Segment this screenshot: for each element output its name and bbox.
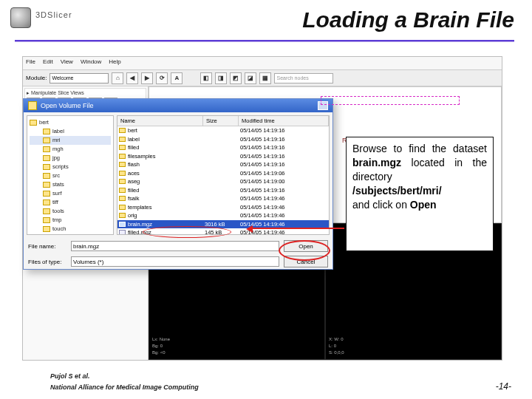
dialog-titlebar[interactable]: Open Volume File <box>24 99 332 112</box>
layout-4-icon[interactable]: ◪ <box>245 72 256 84</box>
section-slice-views: ▸ Manipulate Slice Views <box>27 90 144 96</box>
folder-icon <box>43 217 50 223</box>
folder-icon <box>43 200 50 205</box>
file-row[interactable]: label05/14/05 14:19:16 <box>117 135 329 144</box>
file-mtime: 05/14/05 14:19:46 <box>240 195 329 202</box>
tree-node[interactable]: tiff <box>30 198 111 207</box>
file-mtime: 05/14/05 14:19:46 <box>240 229 329 234</box>
folder-icon <box>43 191 50 197</box>
tree-node[interactable]: mgh <box>30 145 111 154</box>
forward-icon[interactable]: ▶ <box>141 72 153 84</box>
slice-info: Lx: None Bg: 0 Bg: <0 <box>152 336 170 356</box>
tree-node[interactable]: surf <box>30 189 111 198</box>
filename-input[interactable] <box>71 241 279 251</box>
tree-node[interactable]: label <box>30 127 111 136</box>
file-name: templates <box>128 204 205 211</box>
cancel-button[interactable]: Cancel <box>284 256 328 267</box>
file-mtime: 05/14/05 14:19:16 <box>240 144 329 151</box>
menu-help[interactable]: Help <box>109 58 120 68</box>
instruction-callout: Browse to find the dataset brain.mgz loc… <box>346 137 494 251</box>
layout-3-icon[interactable]: ◩ <box>230 72 242 84</box>
file-name: filled <box>128 144 205 151</box>
file-name: filesamples <box>128 153 205 160</box>
footer-org: National Alliance for Medical Image Comp… <box>50 382 199 393</box>
file-row[interactable]: bert05/14/05 14:19:16 <box>117 126 329 135</box>
tree-node[interactable]: bert <box>30 118 111 127</box>
file-row[interactable]: fsalk05/14/05 14:19:46 <box>117 194 329 203</box>
callout-text: and click on <box>352 199 410 211</box>
home-icon[interactable]: ⌂ <box>112 72 123 84</box>
folder-icon <box>43 137 50 143</box>
filetype-dropdown[interactable] <box>71 256 279 267</box>
folder-icon <box>119 205 126 210</box>
menu-file[interactable]: File <box>26 58 35 68</box>
file-mtime: 05/14/05 14:19:16 <box>240 187 329 194</box>
file-mtime: 05/14/05 14:19:46 <box>240 221 329 228</box>
file-mtime: 05/14/05 14:19:16 <box>240 153 329 160</box>
file-row[interactable]: brain.mgz3016 kB05/14/05 14:19:46 <box>117 220 329 229</box>
folder-icon <box>43 182 50 188</box>
file-row[interactable]: templates05/14/05 14:19:46 <box>117 203 329 212</box>
tree-node[interactable]: tools <box>30 207 111 216</box>
back-icon[interactable]: ◀ <box>126 72 138 84</box>
menu-edit[interactable]: Edit <box>43 58 53 68</box>
tree-node[interactable]: jpg <box>30 154 111 163</box>
tree-node[interactable]: scripts <box>30 163 111 171</box>
menu-window[interactable]: Window <box>81 58 101 68</box>
file-mtime: 05/14/05 14:19:16 <box>240 127 329 134</box>
callout-text: Browse to find the dataset <box>352 143 487 154</box>
file-row[interactable]: aseg05/14/05 14:19:00 <box>117 177 329 186</box>
menu-view[interactable]: View <box>61 58 73 68</box>
col-modified[interactable]: Modified time <box>239 116 329 126</box>
footer-author: Pujol S et al. <box>50 371 199 382</box>
tree-node[interactable]: touch <box>30 225 111 233</box>
file-list[interactable]: Name Size Modified time bert05/14/05 14:… <box>117 115 330 235</box>
letter-a-icon[interactable]: A <box>171 72 183 84</box>
layout-5-icon[interactable]: ▦ <box>259 72 271 84</box>
layout-2-icon[interactable]: ◨ <box>215 72 227 84</box>
tree-node[interactable]: stats <box>30 180 111 189</box>
toolbar: Module: Welcome ⌂ ◀ ▶ ⟳ A ◧ ◨ ◩ ◪ ▦ Sear… <box>23 70 502 86</box>
annotation-dashed-box <box>321 96 460 105</box>
folder-icon <box>119 162 126 167</box>
callout-path: /subjects/bert/mri/ <box>352 185 442 197</box>
file-name: flash <box>128 161 205 168</box>
folder-tree[interactable]: bert label mri mgh jpg scripts src stats… <box>27 115 114 235</box>
tree-node[interactable]: tmp <box>30 216 111 225</box>
file-row[interactable]: filled05/14/05 14:19:16 <box>117 186 329 195</box>
folder-icon <box>119 128 126 133</box>
folder-icon <box>119 188 126 193</box>
title-rule <box>15 40 514 42</box>
file-row[interactable]: orig05/14/05 14:19:46 <box>117 211 329 220</box>
menubar[interactable]: File Edit View Window Help <box>23 57 502 70</box>
folder-icon <box>119 196 126 201</box>
file-list-header[interactable]: Name Size Modified time <box>117 116 329 126</box>
col-size[interactable]: Size <box>203 116 239 126</box>
search-input[interactable]: Search nodes <box>274 73 333 83</box>
file-name: aseg <box>128 178 205 185</box>
file-size: 3016 kB <box>205 221 240 228</box>
callout-open-word: Open <box>410 199 437 211</box>
folder-icon <box>30 120 37 126</box>
open-volume-dialog: Open Volume File bert label mri mgh jpg … <box>23 98 333 270</box>
file-name: fsalk <box>128 195 205 202</box>
file-mtime: 05/14/05 14:19:00 <box>240 178 329 185</box>
file-row[interactable]: filled05/14/05 14:19:16 <box>117 143 329 152</box>
file-row[interactable]: flash05/14/05 14:19:16 <box>117 160 329 169</box>
tree-node-selected[interactable]: mri <box>30 136 111 145</box>
col-name[interactable]: Name <box>117 116 203 126</box>
refresh-icon[interactable]: ⟳ <box>156 72 168 84</box>
file-row[interactable]: filesamples05/14/05 14:19:16 <box>117 152 329 161</box>
file-mtime: 05/14/05 14:19:06 <box>240 170 329 177</box>
tree-node[interactable]: src <box>30 171 111 180</box>
folder-icon <box>43 164 50 170</box>
file-row[interactable]: aces05/14/05 14:19:06 <box>117 169 329 178</box>
module-dropdown[interactable]: Welcome <box>50 73 109 83</box>
file-row[interactable]: filled.mgz145 kB05/14/05 14:19:46 <box>117 228 329 234</box>
logo-text: 3DSlicer <box>35 10 72 19</box>
layout-1-icon[interactable]: ◧ <box>200 72 212 84</box>
file-name: filled.mgz <box>128 229 205 234</box>
file-name: label <box>128 136 205 143</box>
module-label: Module: <box>26 75 47 81</box>
open-button[interactable]: Open <box>284 240 328 252</box>
